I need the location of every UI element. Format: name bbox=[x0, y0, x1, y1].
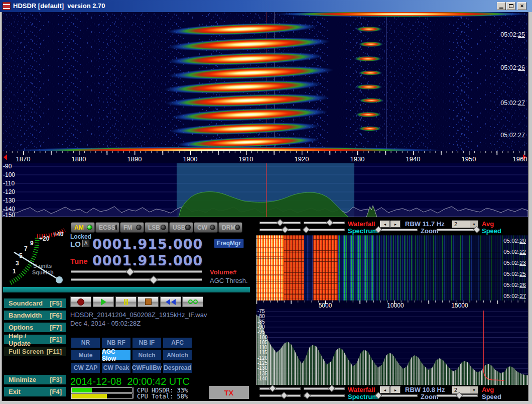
freq-tick-label: 1940 bbox=[406, 155, 421, 163]
rf-waterfall-display[interactable]: 05:02:25 05:02:26 05:02:27 05:02:27 bbox=[2, 12, 528, 151]
soundcard-button[interactable]: Soundcard[F5] bbox=[4, 298, 66, 308]
mode-usb-button[interactable]: USB bbox=[169, 222, 193, 233]
freqmgr-button[interactable]: FreqMgr bbox=[214, 239, 244, 248]
af-speed-slider[interactable] bbox=[437, 228, 478, 233]
minimize-window-icon[interactable] bbox=[497, 2, 506, 10]
af-waterfall-contrast-slider[interactable] bbox=[304, 221, 345, 226]
af-avg-select[interactable]: 2▼ bbox=[452, 220, 478, 228]
full-screen-button[interactable]: Full Screen[F11] bbox=[4, 347, 66, 356]
utc-clock: 2014-12-08 20:00:42 UTC bbox=[70, 376, 190, 387]
rf-spectrum-display[interactable]: -90 -100 -110 -120 -130 -140 -150 bbox=[2, 163, 528, 217]
smeter-tick: 1 bbox=[13, 268, 16, 275]
tx-button[interactable]: TX bbox=[209, 386, 249, 399]
rf-frequency-scale[interactable]: 1870 1880 1890 1900 1910 1920 1930 1940 … bbox=[2, 151, 528, 163]
db-tick-label: -90 bbox=[3, 163, 12, 170]
af-frequency-scale[interactable]: 5000 10000 15000 bbox=[256, 300, 528, 309]
af-spectrum-display[interactable]: -75 -80 -85 -90 -95 -100 -105 -110 -115 … bbox=[256, 309, 528, 385]
record-button[interactable] bbox=[70, 296, 91, 307]
af-freq-tick-label: 10000 bbox=[387, 302, 404, 309]
af2-spectrum-range-slider[interactable] bbox=[304, 393, 345, 399]
agc-slow-button[interactable]: AGC Slow bbox=[102, 350, 130, 360]
mode-led-icon bbox=[136, 225, 142, 230]
af-avg-label: Avg bbox=[482, 220, 494, 228]
mode-led-icon bbox=[115, 225, 117, 230]
anotch-button[interactable]: ANotch bbox=[163, 350, 192, 360]
squelch-level-bar[interactable] bbox=[3, 287, 250, 292]
af-waterfall-timestamp: 05:02:27 bbox=[503, 293, 526, 299]
title-bar[interactable]: HDSDR [default] version 2.70 ✕ bbox=[0, 0, 532, 12]
af-waterfall-timestamp: 05:02:22 bbox=[503, 249, 526, 255]
mode-ecss-button[interactable]: ECSS bbox=[95, 222, 119, 233]
af-spectrum-range-slider[interactable] bbox=[304, 228, 345, 233]
notch-button[interactable]: Notch bbox=[132, 350, 161, 360]
volume-label: Volume# bbox=[210, 268, 236, 276]
hdsdr-window: HDSDR [default] version 2.70 ✕ bbox=[0, 0, 532, 404]
mode-cw-button[interactable]: CW bbox=[194, 222, 218, 233]
af-shift-right-button[interactable]: ► bbox=[390, 221, 401, 228]
agc-threshold-slider[interactable] bbox=[71, 277, 202, 283]
maximize-window-icon[interactable] bbox=[506, 2, 515, 10]
af2-speed-slider[interactable] bbox=[437, 393, 478, 399]
af-waterfall-timestamp: 05:02:26 bbox=[503, 282, 526, 288]
app-icon bbox=[3, 2, 11, 10]
vfo-ab-button[interactable]: A bbox=[82, 240, 89, 247]
pause-icon bbox=[124, 299, 125, 305]
af-zoom-slider[interactable] bbox=[377, 228, 418, 233]
despread-button[interactable]: Despread bbox=[163, 363, 192, 373]
smeter-tick: 9 bbox=[30, 240, 34, 247]
mode-lsb-button[interactable]: LSB bbox=[145, 222, 169, 233]
mode-fm-button[interactable]: FM bbox=[120, 222, 144, 233]
waterfall-timestamp: 05:02:27 bbox=[500, 132, 525, 139]
bandwidth-button[interactable]: Bandwidth[F6] bbox=[4, 311, 66, 320]
nb-if-button[interactable]: NB IF bbox=[132, 338, 161, 348]
af2-shift-left-button[interactable]: ◄ bbox=[380, 386, 390, 393]
help-update-button[interactable]: Help / Update[F1] bbox=[4, 335, 66, 344]
af-waterfall-timestamp: 05:02:20 bbox=[503, 238, 526, 244]
af2-waterfall-brightness-slider[interactable] bbox=[259, 386, 301, 392]
af2-avg-select[interactable]: 2▼ bbox=[452, 386, 478, 394]
smeter-tick: 7 bbox=[24, 245, 28, 252]
af2-spectrum-ref-slider[interactable] bbox=[259, 393, 301, 399]
window-border-bottom bbox=[0, 401, 532, 404]
af2-rbw-label: RBW 10.8 Hz bbox=[405, 386, 445, 393]
af-spectrum-label: Spectrum bbox=[348, 227, 378, 235]
cw-zap-button[interactable]: CW ZAP bbox=[71, 363, 100, 373]
exit-button[interactable]: Exit[F4] bbox=[4, 387, 66, 396]
cw-peak-button[interactable]: CW Peak bbox=[102, 363, 130, 373]
close-window-icon[interactable]: ✕ bbox=[517, 2, 526, 10]
loop-button[interactable] bbox=[182, 296, 203, 307]
af-waterfall-display[interactable]: 05:02:20 05:02:22 05:02:23 05:02:25 05:0… bbox=[256, 235, 528, 300]
window-border-right bbox=[528, 12, 532, 404]
play-icon bbox=[101, 298, 106, 306]
af-freq-tick-label: 5000 bbox=[319, 302, 332, 309]
nr-button[interactable]: NR bbox=[71, 338, 100, 348]
options-button[interactable]: Options[F7] bbox=[4, 323, 66, 332]
af2-shift-right-button[interactable]: ► bbox=[390, 386, 401, 393]
record-icon bbox=[77, 298, 84, 306]
mute-button[interactable]: Mute bbox=[71, 350, 100, 360]
freq-tick-label: 1910 bbox=[239, 155, 253, 163]
af2-zoom-slider[interactable] bbox=[377, 393, 418, 399]
af-spectrum-ref-slider[interactable] bbox=[259, 228, 301, 233]
rewind-button[interactable] bbox=[160, 296, 181, 307]
pause-button[interactable] bbox=[115, 296, 137, 307]
af-shift-left-button[interactable]: ◄ bbox=[380, 221, 390, 228]
afc-button[interactable]: AFC bbox=[163, 338, 192, 348]
af-waterfall-brightness-slider[interactable] bbox=[259, 221, 301, 226]
tune-frequency-display[interactable]: 0001.915.000 bbox=[92, 253, 203, 268]
cpu-divider bbox=[134, 387, 134, 398]
af2-waterfall-contrast-slider[interactable] bbox=[304, 386, 345, 392]
stop-button[interactable] bbox=[138, 296, 159, 307]
play-button[interactable] bbox=[93, 296, 114, 307]
mode-am-button[interactable]: AM bbox=[71, 222, 95, 233]
minimize-button[interactable]: Minimize[F3] bbox=[4, 375, 66, 384]
smeter-tick: +40 bbox=[53, 231, 64, 238]
lo-frequency-display[interactable]: 0001.915.000 bbox=[92, 236, 203, 252]
mode-drm-button[interactable]: DRM bbox=[218, 222, 242, 233]
volume-slider[interactable] bbox=[71, 269, 202, 275]
cw-fullbw-button[interactable]: CWFullBw bbox=[132, 363, 161, 373]
locked-label: Locked bbox=[70, 233, 91, 240]
af2-spectrum-label: Spectrum bbox=[348, 393, 378, 400]
af-waterfall-timestamp: 05:02:23 bbox=[503, 260, 526, 266]
nb-rf-button[interactable]: NB RF bbox=[102, 338, 130, 348]
